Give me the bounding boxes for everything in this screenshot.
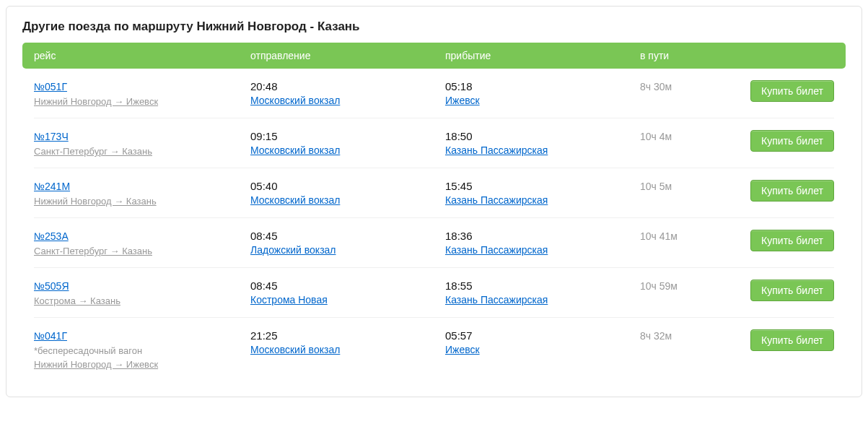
train-route: Санкт-Петербург → Казань	[34, 146, 152, 157]
other-trains-card: Другие поезда по маршруту Нижний Новгоро…	[6, 6, 862, 397]
train-row: №505ЯКострома → Казань08:45Кострома Нова…	[34, 267, 834, 317]
departure-time: 21:25	[250, 329, 445, 342]
departure-time: 20:48	[250, 80, 445, 92]
card-title: Другие поезда по маршруту Нижний Новгоро…	[22, 20, 846, 34]
train-rows: №051ГНижний Новгород → Ижевск20:48Москов…	[22, 69, 846, 381]
train-route: Нижний Новгород → Ижевск	[34, 96, 158, 107]
train-row: №241МНижний Новгород → Казань05:40Москов…	[34, 168, 834, 217]
departure-time: 05:40	[250, 180, 445, 192]
departure-station-link[interactable]: Московский вокзал	[250, 194, 340, 206]
buy-ticket-button[interactable]: Купить билет	[750, 130, 834, 152]
duration: 10ч 41м	[640, 230, 678, 242]
buy-ticket-button[interactable]: Купить билет	[750, 280, 834, 301]
departure-station-link[interactable]: Московский вокзал	[250, 344, 340, 355]
train-row: №173ЧСанкт-Петербург → Казань09:15Москов…	[34, 118, 834, 168]
train-route: Кострома → Казань	[34, 295, 120, 306]
duration: 10ч 5м	[640, 181, 672, 192]
train-row: №253АСанкт-Петербург → Казань08:45Ладожс…	[34, 217, 834, 267]
departure-time: 09:15	[250, 130, 445, 142]
duration: 8ч 32м	[640, 330, 672, 342]
train-number-link[interactable]: №173Ч	[34, 131, 69, 142]
train-route: Санкт-Петербург → Казань	[34, 246, 152, 256]
train-number-link[interactable]: №253А	[34, 230, 69, 242]
arrival-station-link[interactable]: Казань Пассажирская	[445, 144, 548, 156]
arrival-time: 18:55	[445, 280, 640, 292]
duration: 8ч 30м	[640, 81, 672, 92]
buy-ticket-button[interactable]: Купить билет	[750, 329, 834, 351]
departure-station-link[interactable]: Московский вокзал	[250, 95, 340, 106]
header-arrive: прибытие	[445, 50, 640, 61]
header-duration: в пути	[640, 50, 734, 61]
arrival-station-link[interactable]: Ижевск	[445, 95, 480, 106]
train-number-link[interactable]: №051Г	[34, 81, 67, 92]
buy-ticket-button[interactable]: Купить билет	[750, 80, 834, 102]
departure-station-link[interactable]: Кострома Новая	[250, 294, 328, 306]
header-depart: отправление	[250, 50, 445, 61]
duration: 10ч 59м	[640, 280, 678, 292]
duration: 10ч 4м	[640, 131, 672, 142]
header-route: рейс	[34, 50, 250, 61]
table-header: рейс отправление прибытие в пути	[22, 43, 846, 69]
departure-station-link[interactable]: Ладожский вокзал	[250, 244, 336, 256]
train-note: *беспересадочный вагон	[34, 345, 250, 356]
buy-ticket-button[interactable]: Купить билет	[750, 230, 834, 251]
arrival-station-link[interactable]: Ижевск	[445, 344, 480, 355]
arrival-time: 18:50	[445, 130, 640, 142]
train-row: №041Г*беспересадочный вагонНижний Новгор…	[34, 317, 834, 381]
buy-ticket-button[interactable]: Купить билет	[750, 180, 834, 202]
arrival-time: 05:18	[445, 80, 640, 92]
arrival-time: 15:45	[445, 180, 640, 192]
departure-time: 08:45	[250, 230, 445, 242]
departure-station-link[interactable]: Московский вокзал	[250, 144, 340, 156]
arrival-time: 05:57	[445, 329, 640, 342]
train-row: №051ГНижний Новгород → Ижевск20:48Москов…	[34, 69, 834, 118]
train-route: Нижний Новгород → Казань	[34, 196, 157, 207]
arrival-time: 18:36	[445, 230, 640, 242]
train-number-link[interactable]: №241М	[34, 181, 70, 192]
train-number-link[interactable]: №505Я	[34, 280, 69, 292]
train-route: Нижний Новгород → Ижевск	[34, 359, 158, 370]
arrival-station-link[interactable]: Казань Пассажирская	[445, 244, 548, 256]
arrival-station-link[interactable]: Казань Пассажирская	[445, 294, 548, 306]
departure-time: 08:45	[250, 280, 445, 292]
arrival-station-link[interactable]: Казань Пассажирская	[445, 194, 548, 206]
train-number-link[interactable]: №041Г	[34, 330, 67, 342]
